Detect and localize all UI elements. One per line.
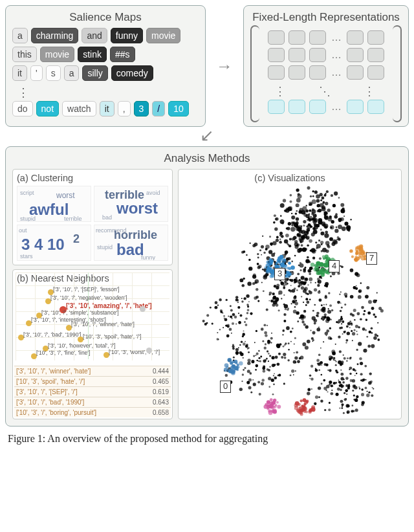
svg-point-219 bbox=[290, 227, 295, 232]
svg-point-806 bbox=[355, 409, 358, 412]
svg-point-149 bbox=[296, 233, 301, 238]
svg-point-823 bbox=[321, 383, 323, 385]
svg-point-929 bbox=[226, 299, 228, 301]
svg-point-695 bbox=[239, 388, 243, 391]
svg-point-926 bbox=[210, 307, 212, 309]
svg-point-770 bbox=[245, 341, 246, 342]
svg-point-819 bbox=[309, 378, 310, 379]
svg-point-652 bbox=[312, 310, 314, 312]
svg-point-494 bbox=[352, 332, 355, 335]
svg-point-645 bbox=[300, 315, 304, 318]
svg-point-550 bbox=[290, 331, 292, 333]
svg-point-308 bbox=[272, 293, 275, 295]
svg-point-337 bbox=[292, 300, 296, 304]
svg-point-944 bbox=[238, 313, 239, 314]
svg-point-917 bbox=[347, 412, 349, 414]
svg-point-342 bbox=[294, 239, 295, 240]
svg-point-908 bbox=[354, 385, 356, 387]
svg-point-540 bbox=[376, 293, 378, 294]
svg-point-507 bbox=[344, 304, 346, 305]
svg-point-875 bbox=[327, 392, 328, 393]
svg-point-327 bbox=[254, 296, 257, 300]
svg-point-914 bbox=[365, 379, 366, 381]
svg-point-941 bbox=[212, 323, 213, 325]
svg-point-923 bbox=[206, 315, 209, 317]
svg-point-602 bbox=[330, 276, 332, 278]
token: a bbox=[64, 65, 80, 81]
svg-point-338 bbox=[294, 288, 296, 291]
svg-point-87 bbox=[303, 214, 307, 217]
svg-point-916 bbox=[349, 367, 352, 370]
svg-point-955 bbox=[218, 339, 219, 340]
svg-point-371 bbox=[298, 265, 300, 267]
svg-point-43 bbox=[296, 198, 301, 203]
svg-point-716 bbox=[247, 362, 250, 365]
svg-point-694 bbox=[253, 355, 255, 357]
svg-point-310 bbox=[300, 262, 302, 265]
svg-point-373 bbox=[294, 306, 296, 308]
svg-point-199 bbox=[331, 227, 332, 229]
svg-point-352 bbox=[289, 245, 291, 247]
svg-point-713 bbox=[239, 344, 241, 346]
svg-point-821 bbox=[357, 364, 359, 366]
svg-point-252 bbox=[303, 302, 304, 303]
svg-point-1032 bbox=[277, 259, 281, 263]
svg-point-439 bbox=[289, 290, 292, 293]
token: movie bbox=[40, 47, 74, 62]
svg-point-787 bbox=[344, 399, 347, 401]
nn-point bbox=[140, 306, 146, 312]
svg-point-523 bbox=[364, 310, 365, 312]
svg-point-474 bbox=[306, 301, 309, 304]
svg-point-630 bbox=[296, 351, 298, 354]
svg-point-707 bbox=[277, 375, 279, 377]
svg-point-606 bbox=[283, 313, 286, 316]
svg-point-878 bbox=[359, 388, 360, 389]
svg-point-855 bbox=[333, 382, 336, 384]
token: watch bbox=[62, 101, 96, 116]
svg-point-667 bbox=[269, 366, 270, 368]
wordcloud-word: 10 bbox=[47, 237, 65, 252]
svg-point-967 bbox=[231, 333, 232, 334]
token: and bbox=[82, 28, 107, 43]
analysis-title: Analysis Methods bbox=[12, 152, 402, 165]
svg-point-314 bbox=[248, 259, 251, 261]
svg-point-1164 bbox=[275, 405, 278, 407]
svg-point-675 bbox=[225, 374, 228, 377]
svg-point-372 bbox=[257, 253, 259, 255]
svg-point-922 bbox=[239, 315, 242, 317]
svg-point-851 bbox=[342, 385, 345, 388]
svg-point-427 bbox=[287, 278, 289, 281]
svg-point-879 bbox=[307, 388, 310, 392]
analysis-methods-panel: Analysis Methods (a) Clustering awfulwor… bbox=[5, 146, 409, 427]
svg-point-615 bbox=[312, 316, 316, 320]
svg-point-820 bbox=[358, 386, 360, 388]
svg-point-859 bbox=[331, 384, 333, 387]
salience-maps-panel: Salience Maps acharmingandfunnymoviethis… bbox=[5, 5, 206, 127]
svg-point-738 bbox=[267, 351, 268, 353]
scatter-plot bbox=[179, 170, 401, 419]
svg-point-909 bbox=[323, 379, 325, 382]
svg-point-959 bbox=[230, 316, 232, 318]
svg-point-331 bbox=[319, 258, 321, 260]
svg-point-796 bbox=[347, 358, 349, 360]
token: , bbox=[118, 101, 131, 116]
svg-point-704 bbox=[274, 377, 278, 380]
svg-point-965 bbox=[234, 316, 237, 319]
svg-point-110 bbox=[326, 190, 329, 193]
svg-point-559 bbox=[290, 304, 292, 305]
svg-point-1024 bbox=[280, 263, 285, 267]
svg-point-848 bbox=[356, 398, 358, 400]
svg-point-750 bbox=[285, 343, 287, 345]
svg-point-646 bbox=[305, 304, 307, 306]
svg-point-883 bbox=[343, 379, 345, 381]
viz-title: (c) Visualizations bbox=[254, 173, 325, 183]
salience-row: acharmingandfunnymovie bbox=[12, 28, 199, 43]
svg-point-1197 bbox=[306, 400, 309, 403]
svg-point-575 bbox=[367, 345, 371, 348]
svg-point-221 bbox=[261, 254, 262, 256]
svg-point-676 bbox=[257, 381, 260, 384]
svg-point-182 bbox=[273, 221, 276, 224]
svg-point-409 bbox=[272, 297, 276, 300]
svg-point-389 bbox=[271, 253, 275, 257]
svg-point-247 bbox=[263, 291, 265, 293]
